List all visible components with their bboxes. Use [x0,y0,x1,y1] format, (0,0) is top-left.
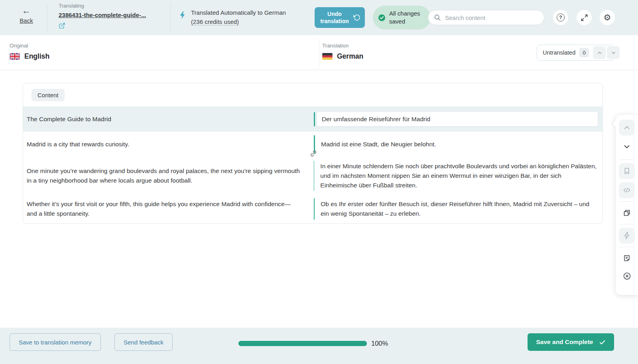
saved-label: All changes saved [389,10,423,26]
uk-flag-icon [10,53,20,60]
target-cell[interactable]: Ob es Ihr erster oder fünfter Besuch ist… [314,195,603,223]
source-text: One minute you’re wandering grand boulev… [23,157,314,195]
source-text: The Complete Guide to Madrid [23,107,314,132]
search-input[interactable] [445,14,533,21]
chevron-down-icon [610,50,616,56]
lightning-bolt-icon [179,11,185,26]
footer-bar: Save to translation memory Send feedback… [0,328,638,364]
untranslated-count-badge: 0 [579,48,589,57]
chevron-up-icon [597,50,603,56]
x-circle-icon [623,272,631,280]
prev-segment-button[interactable] [619,120,635,136]
content-card-header: Content [23,83,603,107]
segment-tool-panel [616,115,638,295]
language-bar: Original English Translation German Untr… [0,35,638,70]
undo-translation-button[interactable]: Undo translation [315,7,365,28]
save-to-translation-memory-button[interactable]: Save to translation memory [10,333,101,351]
external-link-icon[interactable] [59,22,146,29]
note-icon [623,254,631,262]
next-segment-button[interactable] [619,139,635,155]
target-text-editor[interactable]: Der umfassende Reiseführer für Madrid [317,112,598,126]
divider [319,38,319,67]
target-text[interactable]: In einer Minute schlendern Sie noch über… [314,157,603,195]
original-label: Original [10,43,49,49]
diagonal-arrows-icon [581,14,588,22]
target-text[interactable]: Ob es Ihr erster oder fünfter Besuch ist… [315,195,603,223]
document-name-link[interactable]: 2386431-the-complete-guide-... [59,12,146,18]
lightning-bolt-icon [623,232,631,240]
translation-language-block: Translation German [322,43,363,61]
chevron-up-icon [622,123,631,132]
german-flag-icon [322,53,333,60]
exclude-button[interactable] [619,268,635,284]
code-icon [623,186,631,194]
segment-row: One minute you’re wandering grand boulev… [23,157,603,195]
search-icon [434,14,441,21]
question-icon: ? [557,14,565,22]
panel-pointer-notch [612,120,619,127]
chain-link-icon[interactable] [309,149,318,158]
settings-button[interactable]: ⚙ [600,10,615,25]
target-text[interactable]: Madrid ist eine Stadt, die Neugier beloh… [315,132,440,157]
segment-row: The Complete Guide to Madrid Der umfasse… [23,107,603,132]
original-language-block: Original English [10,43,49,61]
translation-progress-bar [238,341,367,346]
source-text: Whether it’s your first visit or your fi… [23,195,314,223]
translation-label: Translation [322,43,363,49]
copy-icon [623,209,631,217]
target-cell[interactable]: In einer Minute schlendern Sie noch über… [314,157,603,195]
save-and-complete-button[interactable]: Save and Complete [528,333,614,351]
send-feedback-button[interactable]: Send feedback [114,333,173,351]
content-card: Content The Complete Guide to Madrid Der… [23,83,603,224]
source-text: Madrid is a city that rewards curiosity. [23,132,314,157]
top-bar: ← Back Translating 2386431-the-complete-… [0,0,638,35]
arrow-left-icon: ← [22,6,31,15]
progress-fill [238,341,367,346]
auto-translate-status: Translated Automatically to German (236 … [179,8,286,26]
expand-fullscreen-button[interactable] [577,10,592,25]
search-bar [428,10,544,25]
save-complete-label: Save and Complete [536,338,593,346]
credits-used: (236 credits used) [191,18,239,26]
target-cell[interactable]: Madrid ist eine Stadt, die Neugier beloh… [314,132,603,157]
divider [170,3,171,32]
back-button[interactable]: ← Back [14,6,38,24]
bookmark-button[interactable] [619,163,635,179]
original-language-name: English [24,52,49,61]
notes-button[interactable] [619,250,635,266]
chevron-down-icon [622,142,631,151]
divider [620,247,634,247]
segment-accent-bar [314,112,315,126]
untranslated-navigator: Untranslated 0 [537,45,614,61]
untranslated-label: Untranslated [543,49,575,56]
divider [620,159,634,160]
undo-label: Undo translation [319,10,350,25]
rotate-ccw-icon [353,14,360,21]
status-line: Translated Automatically to German [191,9,286,16]
checkmark-icon [599,339,606,346]
copy-button[interactable] [619,205,635,221]
divider [620,201,634,202]
help-button[interactable]: ? [553,10,568,25]
translation-language-name: German [337,52,363,61]
translating-label: Translating [59,3,146,9]
all-changes-saved-badge: All changes saved [373,6,431,30]
untranslated-next-button[interactable] [607,46,620,59]
content-section-badge[interactable]: Content [32,89,65,101]
auto-translate-button[interactable] [619,228,635,244]
back-label: Back [20,17,33,24]
gear-icon: ⚙ [604,14,611,22]
divider [47,3,47,32]
translating-block: Translating 2386431-the-complete-guide-.… [59,3,146,29]
bookmark-icon [623,167,631,175]
segment-row: Whether it’s your first visit or your fi… [23,195,603,223]
code-view-button[interactable] [619,182,635,198]
untranslated-prev-button[interactable] [593,46,606,59]
progress-percent-label: 100% [371,340,388,347]
divider [620,224,634,224]
target-cell[interactable]: Der umfassende Reiseführer für Madrid [314,107,603,132]
check-circle-icon [378,14,386,22]
